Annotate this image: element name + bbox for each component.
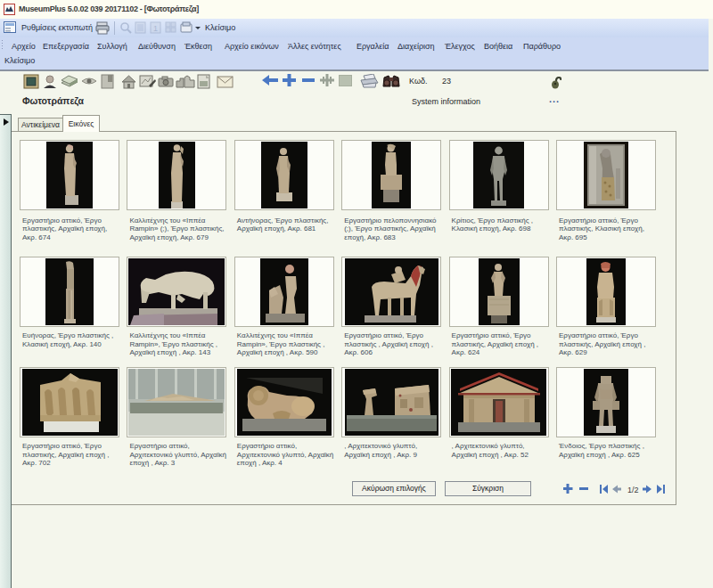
- svg-text:1: 1: [153, 24, 158, 33]
- svg-text:1/2: 1/2: [627, 486, 639, 494]
